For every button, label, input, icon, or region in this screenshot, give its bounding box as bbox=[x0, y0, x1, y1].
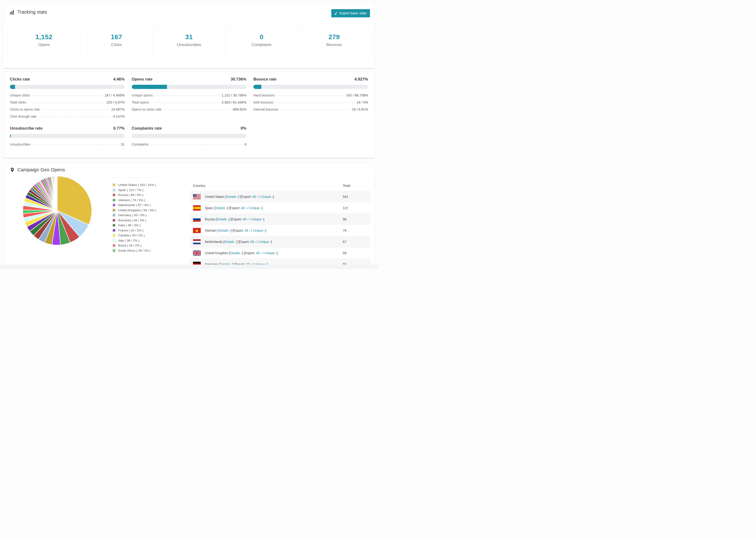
progress-bar bbox=[10, 134, 125, 138]
dotted-leader bbox=[38, 117, 111, 117]
ru-flag-icon bbox=[193, 217, 201, 222]
country-cell: United Kingdom [Details ›] [Export: All … bbox=[205, 251, 343, 255]
legend-item-germany[interactable]: Germany ( 55 / 3% ) bbox=[112, 213, 188, 217]
stat-label: Bounces bbox=[298, 42, 370, 47]
export-unique-link[interactable]: Unique › bbox=[254, 262, 267, 265]
rate-row-value: 1,152 / 30.736% bbox=[222, 93, 246, 97]
table-row-us: United States [Details ›] [Export: All ›… bbox=[190, 191, 370, 202]
export-unique-link[interactable]: Unique › bbox=[264, 251, 277, 255]
dotted-leader bbox=[154, 95, 220, 96]
details-link[interactable]: Details › bbox=[230, 251, 242, 255]
stat-label: Opens bbox=[8, 42, 80, 47]
rate-row: Total opens2,303 / 61.446% bbox=[132, 99, 246, 106]
rate-header: Bounce rate6.927% bbox=[253, 77, 368, 82]
legend-item-united-kingdom[interactable]: United Kingdom ( 59 / 3% ) bbox=[112, 208, 188, 212]
rates-grid: Clicks rate4.46%Unique clicks167 / 4.456… bbox=[4, 72, 374, 152]
export-unique-link[interactable]: Unique › bbox=[253, 229, 265, 232]
legend-item-india[interactable]: India ( 46 / 3% ) bbox=[112, 224, 188, 227]
bar-chart-icon bbox=[10, 10, 15, 15]
legend-swatch bbox=[112, 188, 116, 192]
rate-row-label: Opens to clicks rate bbox=[132, 108, 162, 111]
export-unique-link[interactable]: Unique › bbox=[251, 217, 263, 221]
legend-item-vietnam[interactable]: Vietnam ( 79 / 5% ) bbox=[112, 198, 188, 202]
export-all-link[interactable]: All › bbox=[250, 240, 256, 243]
geo-pie-chart bbox=[7, 178, 112, 246]
country-cell: Vietnam [Details ›] [Export: All › / Uni… bbox=[205, 229, 343, 232]
legend-label: Spain ( 121 / 7% ) bbox=[118, 188, 143, 192]
legend-item-united-states[interactable]: United States ( 541 / 31% ) bbox=[112, 183, 188, 187]
rate-row-label: Unique clicks bbox=[10, 93, 30, 97]
pie-slice-other[interactable] bbox=[57, 176, 57, 211]
rate-block-complaints-rate: Complaints rate0%Complaints0 bbox=[132, 126, 246, 148]
rate-block-unsubscribe-rate: Unsubscribe rate0.77%Unsubscribes31 bbox=[10, 126, 125, 148]
export-all-link[interactable]: All › bbox=[256, 251, 261, 255]
legend-item-spain[interactable]: Spain ( 121 / 7% ) bbox=[112, 188, 188, 192]
tracking-stats-card: Tracking stats Export basic stats 1,152O… bbox=[4, 2, 374, 68]
rate-row-value: 167 / 4.456% bbox=[104, 93, 125, 97]
details-link[interactable]: Details › bbox=[224, 240, 236, 243]
rate-row: Complaints0 bbox=[132, 141, 246, 148]
legend-label: Netherlands ( 67 / 4% ) bbox=[118, 203, 151, 207]
legend-label: Brazil ( 33 / 2% ) bbox=[118, 243, 141, 247]
details-link[interactable]: Details › bbox=[215, 206, 227, 210]
export-unique-link[interactable]: Unique › bbox=[249, 206, 262, 210]
rate-row: Unique clicks167 / 4.456% bbox=[10, 92, 125, 99]
legend-item-russia[interactable]: Russia ( 86 / 5% ) bbox=[112, 193, 188, 197]
total-cell: 541 bbox=[343, 195, 367, 198]
total-cell: 79 bbox=[343, 229, 367, 232]
progress-bar bbox=[10, 85, 125, 89]
rate-row-label: Clicks to opens rate bbox=[10, 108, 40, 111]
legend-swatch bbox=[112, 208, 116, 212]
geo-opens-title: Campaign Geo Opens bbox=[17, 167, 65, 173]
rate-value: 6.927% bbox=[354, 77, 368, 82]
legend-item-france[interactable]: France ( 42 / 2% ) bbox=[112, 229, 188, 232]
de-flag-icon bbox=[193, 262, 201, 265]
table-row-de: Germany [Details ›] [Export: All › / Uni… bbox=[190, 258, 370, 265]
legend-item-italy[interactable]: Italy ( 36 / 2% ) bbox=[112, 239, 188, 242]
progress-bar bbox=[132, 85, 246, 89]
us-flag-icon bbox=[193, 194, 201, 199]
legend-swatch bbox=[112, 229, 116, 232]
details-link[interactable]: Details › bbox=[220, 262, 232, 265]
export-all-link[interactable]: All › bbox=[243, 217, 248, 221]
rate-row-label: Unsubscribes bbox=[10, 142, 30, 146]
geo-pie-legend: United States ( 541 / 31% )Spain ( 121 /… bbox=[112, 183, 188, 254]
export-all-link[interactable]: All › bbox=[246, 262, 252, 265]
legend-item-canada[interactable]: Canada ( 40 / 2% ) bbox=[112, 234, 188, 237]
details-link[interactable]: Details › bbox=[217, 217, 229, 221]
rate-header: Unsubscribe rate0.77% bbox=[10, 126, 125, 131]
rate-rows: Unique clicks167 / 4.456%Total clicks220… bbox=[10, 92, 125, 120]
legend-label: Italy ( 36 / 2% ) bbox=[118, 239, 139, 242]
export-all-link[interactable]: All › bbox=[241, 206, 246, 210]
stat-value: 1,152 bbox=[8, 33, 80, 41]
rate-row-value: 14.497% bbox=[111, 108, 125, 111]
legend-item-netherlands[interactable]: Netherlands ( 67 / 4% ) bbox=[112, 203, 188, 207]
legend-item-romania[interactable]: Romania ( 49 / 3% ) bbox=[112, 219, 188, 222]
export-unique-link[interactable]: Unique › bbox=[259, 240, 271, 243]
legend-item-brazil[interactable]: Brazil ( 33 / 2% ) bbox=[112, 243, 188, 247]
details-link[interactable]: Details › bbox=[219, 229, 231, 232]
export-unique-link[interactable]: Unique › bbox=[261, 195, 273, 198]
progress-bar-fill bbox=[10, 85, 15, 89]
table-row-ru: Russia [Details ›] [Export: All › / Uniq… bbox=[190, 213, 370, 225]
table-row-es: Spain [Details ›] [Export: All › / Uniqu… bbox=[190, 202, 370, 213]
rate-title: Complaints rate bbox=[132, 126, 162, 131]
rate-row: Click through rate4.147% bbox=[10, 113, 125, 120]
legend-item-south-africa[interactable]: South Africa ( 29 / 2% ) bbox=[112, 249, 188, 252]
rate-block-clicks-rate: Clicks rate4.46%Unique clicks167 / 4.456… bbox=[10, 77, 125, 120]
export-all-link[interactable]: All › bbox=[244, 229, 250, 232]
rate-title: Clicks rate bbox=[10, 77, 30, 82]
geo-country-table: CountryTotalUnited States [Details ›] [E… bbox=[190, 181, 370, 265]
country-cell: Spain [Details ›] [Export: All › / Uniqu… bbox=[205, 206, 343, 210]
details-link[interactable]: Details › bbox=[226, 195, 238, 198]
legend-label: Germany ( 55 / 3% ) bbox=[118, 213, 147, 217]
export-basic-stats-button[interactable]: Export basic stats bbox=[331, 9, 370, 17]
export-all-link[interactable]: All › bbox=[252, 195, 258, 198]
vn-flag-icon bbox=[193, 228, 201, 233]
country-cell: United States [Details ›] [Export: All ›… bbox=[205, 195, 343, 198]
table-row-nl: Netherlands [Details ›] [Export: All › /… bbox=[190, 236, 370, 247]
rate-row-value: 18 / 0% bbox=[357, 100, 368, 104]
rate-row-label: Complaints bbox=[132, 142, 149, 146]
dotted-leader bbox=[281, 110, 350, 110]
legend-label: Canada ( 40 / 2% ) bbox=[118, 234, 145, 237]
